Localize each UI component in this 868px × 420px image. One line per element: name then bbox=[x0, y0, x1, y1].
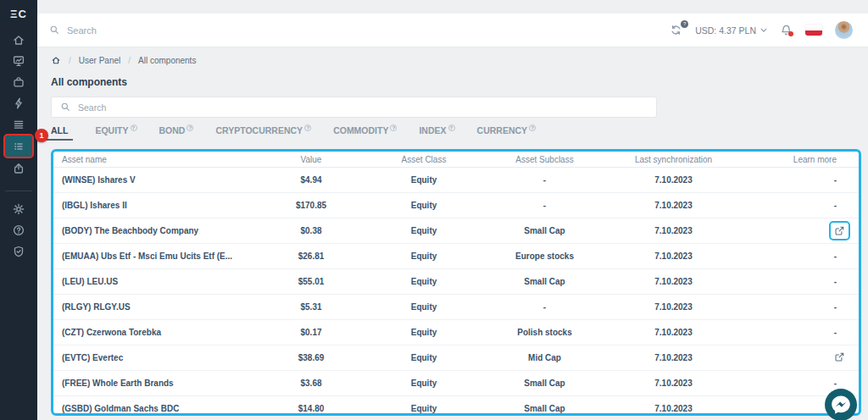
learn-more-cell: - bbox=[746, 175, 859, 185]
table-row: (GSBD) Goldman Sachs BDC$14.80EquitySmal… bbox=[53, 396, 859, 416]
info-icon: ? bbox=[131, 124, 137, 131]
breadcrumb-all-components[interactable]: All components bbox=[138, 56, 196, 65]
search-icon bbox=[60, 102, 71, 113]
external-link-icon[interactable] bbox=[834, 225, 845, 236]
tab-commodity[interactable]: COMMODITY? bbox=[333, 125, 397, 141]
topbar-controls: ? USD: 4.37 PLN bbox=[670, 21, 853, 39]
home-icon[interactable] bbox=[51, 55, 61, 65]
refresh-button[interactable]: ? bbox=[670, 24, 682, 36]
language-flag-poland[interactable] bbox=[805, 25, 822, 36]
column-header-learn-more: Learn more bbox=[746, 155, 859, 164]
asset-subclass: - bbox=[488, 175, 601, 185]
column-header-last-synchronization: Last synchronization bbox=[601, 155, 746, 164]
tab-equity[interactable]: EQUITY? bbox=[95, 125, 136, 141]
tab-label: ALL bbox=[51, 125, 68, 135]
asset-class: Equity bbox=[359, 328, 488, 337]
asset-subclass: - bbox=[488, 302, 601, 312]
asset-name[interactable]: (FREE) Whole Earth Brands bbox=[53, 379, 263, 388]
tab-index[interactable]: INDEX? bbox=[419, 125, 454, 141]
shield-icon bbox=[12, 245, 25, 258]
asset-name[interactable]: (WINSE) Ishares V bbox=[53, 175, 263, 185]
asset-name[interactable]: (GSBD) Goldman Sachs BDC bbox=[53, 404, 263, 413]
asset-value: $14.80 bbox=[263, 404, 359, 413]
chevron-down-icon bbox=[760, 28, 767, 32]
asset-name[interactable]: (BODY) The Beachbody Company bbox=[53, 226, 263, 235]
breadcrumb-user-panel[interactable]: User Panel bbox=[79, 56, 120, 65]
global-search-placeholder: Search bbox=[67, 25, 97, 36]
asset-name[interactable]: (RLGY) RLGY.US bbox=[53, 302, 263, 312]
table-row: (CZT) Czerwona Torebka$0.17EquityPolish … bbox=[53, 320, 859, 345]
last-synchronization: 7.10.2023 bbox=[601, 251, 746, 261]
components-table: Asset nameValueAsset ClassAsset Subclass… bbox=[51, 149, 861, 416]
messenger-chat-button[interactable] bbox=[824, 388, 858, 420]
table-search-placeholder: Search bbox=[78, 102, 106, 113]
notifications-button[interactable] bbox=[780, 24, 793, 36]
sidebar-item-stack[interactable] bbox=[3, 113, 34, 135]
asset-class: Equity bbox=[359, 404, 488, 413]
asset-value: $3.68 bbox=[263, 379, 359, 388]
learn-more-cell: - bbox=[746, 379, 859, 388]
table-row: (RLGY) RLGY.US$5.31Equity-7.10.2023- bbox=[53, 295, 859, 320]
refresh-help-badge: ? bbox=[681, 20, 688, 28]
last-synchronization: 7.10.2023 bbox=[601, 226, 746, 235]
asset-value: $55.01 bbox=[263, 277, 359, 286]
sidebar: ΞC bbox=[0, 0, 37, 420]
column-header-asset-class: Asset Class bbox=[359, 155, 488, 164]
asset-subclass: - bbox=[488, 201, 601, 210]
wallet-icon bbox=[12, 75, 25, 89]
learn-more-cell bbox=[746, 351, 859, 364]
tab-label: COMMODITY bbox=[333, 125, 388, 135]
sidebar-item-settings[interactable] bbox=[3, 198, 34, 219]
content: / User Panel / All components All compon… bbox=[37, 55, 868, 416]
tab-all[interactable]: ALL bbox=[46, 125, 73, 141]
asset-name[interactable]: (IBGL) Ishares II bbox=[53, 201, 263, 210]
table-row: (WINSE) Ishares V$4.94Equity-7.10.2023- bbox=[53, 168, 859, 193]
user-avatar[interactable] bbox=[835, 21, 853, 39]
asset-subclass: Europe stocks bbox=[488, 251, 601, 261]
tab-bond[interactable]: BOND? bbox=[159, 125, 194, 141]
table-search-input[interactable]: Search bbox=[51, 97, 657, 118]
info-icon: ? bbox=[448, 124, 455, 131]
sidebar-item-security[interactable] bbox=[3, 240, 34, 262]
column-header-asset-subclass: Asset Subclass bbox=[488, 155, 601, 164]
external-link-icon[interactable] bbox=[834, 351, 845, 362]
asset-subclass: Mid Cap bbox=[488, 353, 601, 362]
messenger-icon bbox=[824, 388, 858, 420]
global-search-input[interactable]: Search bbox=[49, 25, 97, 36]
home-icon bbox=[12, 33, 25, 47]
sidebar-item-export[interactable] bbox=[3, 158, 34, 179]
sidebar-item-dashboard[interactable] bbox=[3, 50, 34, 71]
sidebar-item-help[interactable] bbox=[3, 219, 34, 240]
asset-value: $38.69 bbox=[263, 353, 359, 362]
tab-label: INDEX bbox=[419, 125, 446, 135]
top-strip bbox=[37, 0, 868, 14]
sidebar-item-components-list[interactable] bbox=[3, 134, 34, 158]
last-synchronization: 7.10.2023 bbox=[601, 302, 746, 312]
last-synchronization: 7.10.2023 bbox=[601, 277, 746, 286]
sidebar-item-energy[interactable] bbox=[3, 92, 34, 113]
tab-cryptocurrency[interactable]: CRYPTOCURRENCY? bbox=[215, 125, 311, 141]
info-icon: ? bbox=[529, 124, 536, 131]
learn-more-cell: - bbox=[746, 251, 859, 261]
last-synchronization: 7.10.2023 bbox=[601, 328, 746, 337]
asset-name[interactable]: (EMUAA) Ubs Etf - Msci Emu Ucits Etf (E.… bbox=[53, 251, 263, 261]
asset-class: Equity bbox=[359, 302, 488, 312]
learn-more-cell: - bbox=[746, 328, 859, 337]
info-icon: ? bbox=[186, 124, 193, 131]
last-synchronization: 7.10.2023 bbox=[601, 404, 746, 413]
asset-name[interactable]: (EVTC) Evertec bbox=[53, 353, 263, 362]
table-row: (EMUAA) Ubs Etf - Msci Emu Ucits Etf (E.… bbox=[53, 244, 859, 269]
learn-more-cell: - bbox=[746, 302, 859, 312]
breadcrumb-separator: / bbox=[69, 56, 71, 65]
currency-value: USD: 4.37 PLN bbox=[695, 25, 756, 36]
asset-name[interactable]: (CZT) Czerwona Torebka bbox=[53, 328, 263, 337]
annotation-step-badge: 1 bbox=[35, 129, 48, 142]
currency-selector[interactable]: USD: 4.37 PLN bbox=[695, 25, 767, 36]
breadcrumb-separator: / bbox=[128, 56, 131, 65]
tab-currency[interactable]: CURRENCY? bbox=[477, 125, 537, 141]
sidebar-divider bbox=[5, 191, 32, 191]
sidebar-item-wallet[interactable] bbox=[3, 71, 34, 92]
sidebar-item-home[interactable] bbox=[3, 29, 34, 50]
last-synchronization: 7.10.2023 bbox=[601, 175, 746, 185]
asset-name[interactable]: (LEU) LEU.US bbox=[53, 277, 263, 286]
